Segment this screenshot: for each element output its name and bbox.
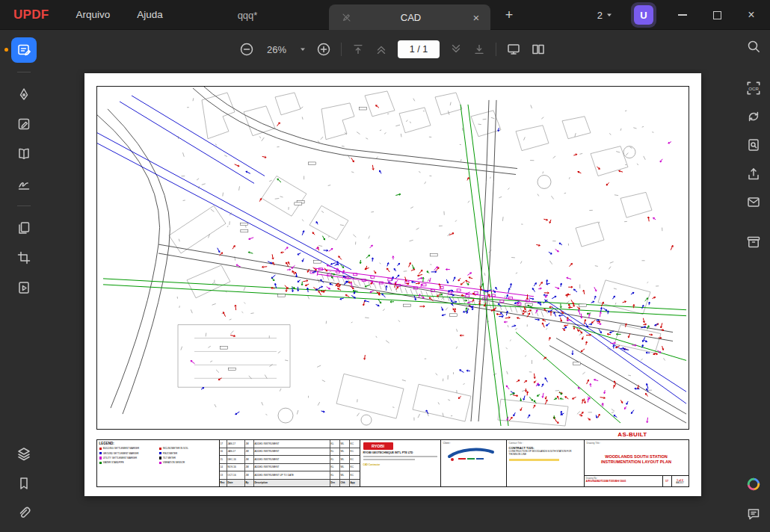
convert-button[interactable] <box>743 106 764 127</box>
left-sidebar <box>0 30 48 532</box>
first-page-button[interactable] <box>351 43 365 56</box>
divider <box>341 43 342 56</box>
close-button[interactable]: × <box>743 7 760 23</box>
cad-sheet: AS-BUILT LEGEND: BUILDING SETTLEMENT MAR… <box>96 86 689 491</box>
signature-nib-tool[interactable] <box>11 81 37 107</box>
revision-no: 17 <box>663 476 672 486</box>
ai-assistant-button[interactable] <box>743 474 764 495</box>
search-button[interactable] <box>743 36 764 57</box>
minimize-button[interactable] <box>674 7 691 23</box>
company-name: RYOBI GEOTECHNIQUE INT'L PTE LTD <box>363 451 437 454</box>
revision-row: RevDateByDescriptionDrnChkApp <box>220 480 360 487</box>
monitor-icon <box>506 42 521 57</box>
maximize-button[interactable] <box>709 7 725 23</box>
address-line <box>363 459 415 460</box>
archive-button[interactable] <box>743 232 764 253</box>
edit-tool[interactable] <box>11 111 37 137</box>
ocr-tool[interactable] <box>11 275 37 300</box>
tab-count-dropdown[interactable]: 2 <box>597 10 613 21</box>
revision-row: 17JAN-17JMADDED INSTRUMENTKLWLKC <box>220 440 360 448</box>
revision-row: 15DEC-16JMADDED INSTRUMENTKLWLKC <box>220 456 360 464</box>
client-cell: Client : <box>441 440 507 486</box>
previous-page-button[interactable] <box>375 43 388 56</box>
view-toolbar: 26% 1 / 1 <box>48 30 737 69</box>
divider <box>17 205 31 206</box>
share-button[interactable] <box>743 164 764 185</box>
extract-button[interactable] <box>743 134 764 155</box>
zoom-out-button[interactable] <box>239 42 254 57</box>
chevron-down-icon <box>299 46 307 53</box>
pen-disabled-icon <box>341 12 352 23</box>
drawing-title-cell: Drawing Title : WOODLANDS SOUTH STATION … <box>585 440 689 486</box>
ocr-button[interactable]: OCR <box>743 78 764 99</box>
drawing-title-line2: INSTRUMENTATION LAYOUT PLAN <box>601 460 671 466</box>
last-page-button[interactable] <box>472 43 486 56</box>
sign-icon <box>16 176 31 191</box>
legend-item: VIBRATION SENSOR <box>159 460 217 465</box>
menu-arquivo[interactable]: Arquivo <box>76 9 110 20</box>
pdf-page: AS-BUILT LEGEND: BUILDING SETTLEMENT MAR… <box>84 73 701 496</box>
zoom-dropdown[interactable] <box>299 46 307 53</box>
attachment-icon <box>16 506 31 521</box>
reader-tool[interactable] <box>11 141 37 167</box>
crop-icon <box>16 250 31 265</box>
tab-label: qqq* <box>238 10 258 21</box>
crop-tool[interactable] <box>11 245 37 270</box>
legend-title: LEGEND: <box>99 442 217 445</box>
nib-icon <box>16 87 31 102</box>
drawing-title-line1: WOODLANDS SOUTH STATION <box>605 454 668 460</box>
convert-icon <box>746 109 761 124</box>
minus-circle-icon <box>239 42 254 57</box>
menu-ajuda[interactable]: Ajuda <box>137 9 163 20</box>
company-cell: RYOBI RYOBI GEOTECHNIQUE INT'L PTE LTD C… <box>360 440 441 486</box>
bookmark-icon <box>16 476 31 491</box>
avatar[interactable]: U <box>631 2 656 28</box>
content-area: 26% 1 / 1 <box>48 30 737 532</box>
legend-cell: LEGEND: BUILDING SETTLEMENT MARKERGROUND… <box>97 440 220 486</box>
share-icon <box>746 167 761 182</box>
chat-icon <box>746 507 761 522</box>
annotate-tool[interactable] <box>11 37 37 63</box>
new-tab-button[interactable]: + <box>500 6 518 24</box>
as-built-strip: AS-BUILT <box>96 430 689 439</box>
double-chevron-down-icon <box>449 43 463 56</box>
cad-drawing <box>96 86 689 430</box>
comments-panel-button[interactable] <box>743 504 764 525</box>
contract-cell: Contract Title : CONTRACT T225: CONSTRUC… <box>507 440 585 486</box>
reader-icon <box>16 146 31 161</box>
attachment-panel-toggle[interactable] <box>11 501 37 526</box>
bookmark-panel-toggle[interactable] <box>11 471 37 496</box>
contract-label: Contract Title : <box>509 442 582 445</box>
title-block: LEGEND: BUILDING SETTLEMENT MARKERGROUND… <box>96 439 689 487</box>
drawing-no: A/RG/K42B2/T220B/T255/BH/ D001 <box>586 480 661 483</box>
double-chevron-up-icon <box>375 43 388 56</box>
page-indicator-input[interactable]: 1 / 1 <box>398 40 440 58</box>
contract-line2: CONSTRUCTION OF WOODLANDS SOUTH STATION … <box>509 451 582 457</box>
mail-button[interactable] <box>743 191 764 212</box>
tab-qqq[interactable]: qqq* <box>193 0 302 30</box>
layers-panel-toggle[interactable] <box>11 441 37 466</box>
date-code: AA/2017 <box>676 482 683 484</box>
cad-contractor-label: CAD Contractor <box>363 463 437 466</box>
presentation-button[interactable] <box>506 42 521 57</box>
next-page-button[interactable] <box>449 43 463 56</box>
pages-tool[interactable] <box>11 215 37 241</box>
consultant-highlight <box>509 459 560 461</box>
legend-items: BUILDING SETTLEMENT MARKERGROUND SETTLEM… <box>99 446 217 466</box>
page-layout-button[interactable] <box>531 42 546 57</box>
zoom-level[interactable]: 26% <box>264 44 289 55</box>
collapse-bottom-icon <box>472 43 486 56</box>
sign-tool[interactable] <box>11 171 37 197</box>
tab-cad[interactable]: CAD × <box>329 4 490 30</box>
document-search-icon <box>746 137 761 152</box>
collapse-top-icon <box>351 43 365 56</box>
revision-table: 17JAN-17JMADDED INSTRUMENTKLWLKC16JAN-17… <box>220 440 360 486</box>
ai-flower-icon <box>745 476 762 492</box>
address-line <box>363 456 437 457</box>
zoom-in-button[interactable] <box>316 42 331 57</box>
revision-row: 14NOV-16JMADDED INSTRUMENTKLWLKC <box>220 464 360 472</box>
sheet-cell: 1 of 2 AA/2017 <box>672 476 689 486</box>
active-tool-dot <box>4 48 8 52</box>
close-tab-icon[interactable]: × <box>469 11 483 24</box>
as-built-label: AS-BUILT <box>617 431 647 438</box>
